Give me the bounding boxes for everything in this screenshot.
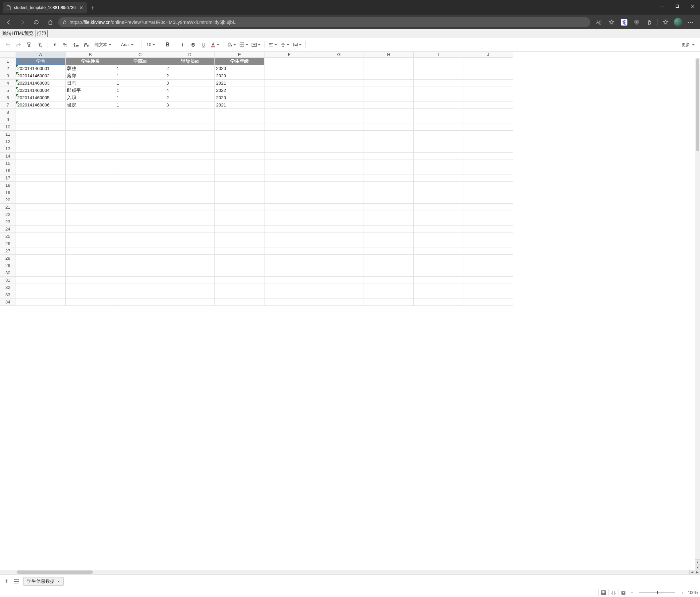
cell[interactable] <box>414 123 464 131</box>
cell[interactable] <box>115 145 165 152</box>
cell[interactable] <box>364 218 414 225</box>
cell[interactable] <box>414 174 464 182</box>
cell[interactable] <box>364 145 414 152</box>
cell[interactable] <box>464 255 513 262</box>
address-bar[interactable]: https://file.kkview.cn/onlinePreview?url… <box>58 17 590 27</box>
cell[interactable] <box>115 298 165 306</box>
cell[interactable] <box>16 218 66 225</box>
cell[interactable]: 2020141460006 <box>16 101 66 109</box>
cell[interactable] <box>414 72 464 79</box>
cell[interactable] <box>16 233 66 240</box>
cell[interactable] <box>464 109 513 116</box>
row-header[interactable]: 19 <box>0 189 16 196</box>
cell[interactable] <box>16 160 66 167</box>
strikethrough-button[interactable]: S <box>188 40 198 49</box>
cell[interactable] <box>265 240 314 247</box>
extension-flutter-icon[interactable] <box>619 17 629 27</box>
cell[interactable] <box>314 204 364 211</box>
cell[interactable] <box>464 298 513 306</box>
cell[interactable] <box>464 291 513 298</box>
cell[interactable] <box>66 298 115 306</box>
cell[interactable] <box>314 123 364 131</box>
cell[interactable] <box>414 116 464 123</box>
cell[interactable] <box>414 291 464 298</box>
cell[interactable] <box>115 152 165 160</box>
cell[interactable] <box>66 182 115 189</box>
row-header[interactable]: 15 <box>0 160 16 167</box>
cell[interactable] <box>314 131 364 138</box>
row-header[interactable]: 4 <box>0 79 16 87</box>
cell[interactable] <box>66 225 115 233</box>
cell[interactable] <box>16 131 66 138</box>
cell[interactable]: 设定 <box>66 101 115 109</box>
cell[interactable] <box>215 291 265 298</box>
favorites-bar-button[interactable] <box>660 17 671 27</box>
cell[interactable] <box>165 298 215 306</box>
zoom-slider[interactable] <box>639 592 675 593</box>
decrease-decimal-button[interactable]: .0.00 <box>71 40 80 49</box>
row-header[interactable]: 9 <box>0 116 16 123</box>
cell[interactable]: 2020 <box>215 65 265 72</box>
horizontal-scrollbar-thumb[interactable] <box>17 571 93 574</box>
cell[interactable] <box>115 182 165 189</box>
cell[interactable] <box>414 160 464 167</box>
cell[interactable]: 2 <box>165 72 215 79</box>
cell[interactable] <box>464 145 513 152</box>
cell[interactable] <box>265 160 314 167</box>
cell[interactable] <box>165 174 215 182</box>
cell[interactable] <box>265 291 314 298</box>
cell[interactable] <box>215 255 265 262</box>
cell[interactable] <box>215 196 265 204</box>
cell[interactable] <box>414 131 464 138</box>
cell[interactable] <box>115 277 165 284</box>
cell[interactable] <box>165 196 215 204</box>
cell[interactable] <box>414 284 464 291</box>
cell[interactable] <box>16 116 66 123</box>
refresh-button[interactable] <box>30 17 43 27</box>
cell[interactable] <box>215 233 265 240</box>
cell[interactable] <box>265 218 314 225</box>
horizontal-align-button[interactable] <box>267 40 278 49</box>
cell[interactable]: 2020141460003 <box>16 79 66 87</box>
vertical-align-button[interactable] <box>279 40 290 49</box>
cell[interactable] <box>265 298 314 306</box>
cell[interactable] <box>66 204 115 211</box>
cell[interactable]: 1 <box>115 101 165 109</box>
cell[interactable] <box>16 262 66 269</box>
cell[interactable] <box>265 255 314 262</box>
cell[interactable] <box>464 152 513 160</box>
cell[interactable] <box>414 233 464 240</box>
cell[interactable] <box>414 94 464 101</box>
row-header[interactable]: 13 <box>0 145 16 152</box>
cell[interactable] <box>66 174 115 182</box>
cell[interactable] <box>414 152 464 160</box>
cell[interactable] <box>265 152 314 160</box>
extension-shield-icon[interactable]: T <box>631 17 642 27</box>
cell[interactable] <box>464 189 513 196</box>
format-painter-button[interactable] <box>25 40 34 49</box>
cell[interactable] <box>464 116 513 123</box>
cell[interactable] <box>115 167 165 174</box>
cell[interactable] <box>414 189 464 196</box>
cell[interactable] <box>165 218 215 225</box>
cell[interactable] <box>314 269 364 277</box>
borders-button[interactable] <box>238 40 249 49</box>
cell[interactable] <box>165 152 215 160</box>
cell[interactable] <box>16 247 66 255</box>
cell[interactable] <box>414 269 464 277</box>
cell[interactable] <box>364 167 414 174</box>
fill-color-button[interactable] <box>226 40 237 49</box>
zoom-in-button[interactable]: + <box>678 589 686 596</box>
add-sheet-button[interactable]: + <box>3 578 10 585</box>
cell[interactable] <box>115 255 165 262</box>
column-header[interactable]: A <box>16 52 66 58</box>
cell[interactable] <box>215 160 265 167</box>
cell[interactable] <box>314 233 364 240</box>
cell[interactable] <box>464 277 513 284</box>
cell[interactable] <box>314 101 364 109</box>
cell[interactable] <box>314 145 364 152</box>
cell[interactable] <box>66 123 115 131</box>
currency-button[interactable]: ¥ <box>50 40 59 49</box>
cell[interactable] <box>265 284 314 291</box>
cell[interactable] <box>165 269 215 277</box>
